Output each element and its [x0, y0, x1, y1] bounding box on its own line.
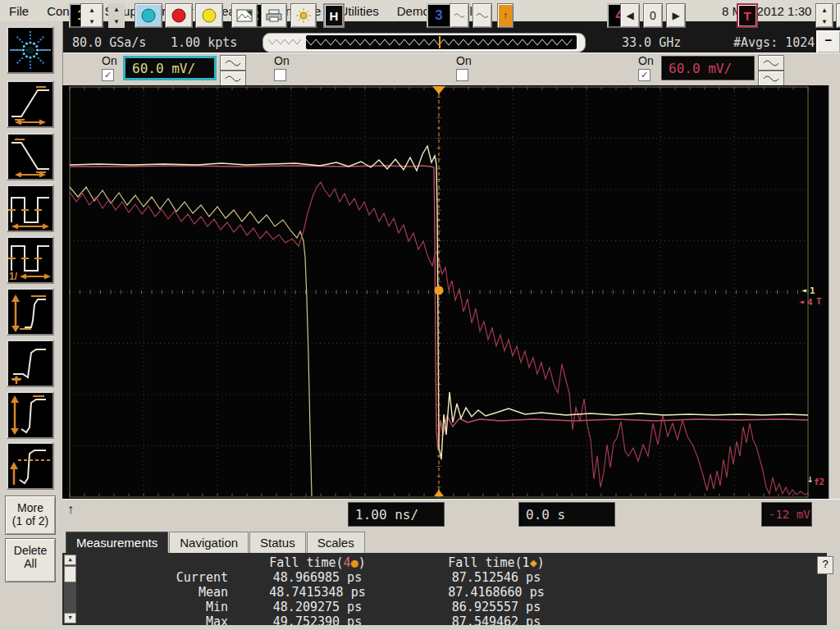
marker-color-yellow-button[interactable]	[195, 3, 223, 28]
acquisition-preview[interactable]	[262, 33, 586, 52]
period-icon	[8, 186, 52, 229]
v-max-measure-button[interactable]	[7, 391, 54, 439]
delete-all-button[interactable]: DeleteAll	[5, 538, 56, 582]
sine-icon	[225, 58, 241, 68]
trigger-position-button[interactable]: ↑	[497, 3, 514, 28]
trigger-position-marker[interactable]	[432, 86, 445, 94]
tab-navigation[interactable]: Navigation	[169, 532, 249, 553]
sine-icon	[225, 74, 241, 84]
measure-row-current: Current48.966985 ps87.512546 ps	[80, 570, 827, 585]
memory-depth: 1.00 kpts	[171, 35, 237, 50]
ch1-level-marker-arrow[interactable]: ◄	[801, 285, 806, 294]
channel-4-waveform-button-bottom[interactable]	[758, 71, 784, 86]
horizontal-menu-button[interactable]: H	[323, 3, 345, 28]
tab-scales[interactable]: Scales	[307, 532, 365, 553]
period-measure-button[interactable]	[7, 185, 54, 232]
channel-2-checkbox[interactable]: ✓	[274, 69, 286, 81]
results-tab-bar: Measurements Navigation Status Scales	[62, 532, 840, 553]
f2-marker[interactable]: f2	[814, 477, 824, 487]
delay-right-button[interactable]: ▶	[666, 3, 686, 28]
timebase-coarse-button[interactable]	[472, 3, 492, 28]
marker-arrow-icon[interactable]: ↑	[67, 502, 74, 517]
spin-down-icon[interactable]: ▼	[821, 16, 828, 27]
print-button[interactable]	[261, 3, 287, 28]
v-min-icon	[8, 341, 52, 384]
horizontal-delay-field[interactable]: 0.0 s	[518, 502, 615, 527]
channel-3-button[interactable]: 3	[427, 3, 451, 28]
averages-count: #Avgs: 1024	[733, 35, 815, 50]
measure-row-min: Min48.209275 ps86.925557 ps	[80, 600, 827, 614]
channel-4-scale-field[interactable]: 60.0 mV/	[661, 56, 755, 80]
tab-measurements[interactable]: Measurements	[66, 532, 168, 553]
teal-circle-icon	[141, 8, 156, 23]
tab-status[interactable]: Status	[249, 532, 306, 553]
measure-col2-header: Fall time(1◆)	[407, 555, 586, 570]
menu-file[interactable]: File	[0, 4, 38, 18]
trigger-level-field[interactable]: -12 mV	[761, 502, 812, 527]
channel-4-checkbox[interactable]: ✓	[638, 69, 651, 81]
sine-icon	[763, 58, 779, 68]
trigger-position-marker-bottom[interactable]	[434, 490, 444, 496]
channel-1-waveform-button-bottom[interactable]	[220, 71, 246, 86]
channel-1-checkbox[interactable]: ✓	[102, 69, 114, 81]
timebase-fine-button[interactable]	[450, 3, 469, 28]
delay-zero-button[interactable]: 0	[643, 3, 663, 28]
svg-text:1/: 1/	[9, 271, 18, 281]
fine-spinner[interactable]: ▲ ▼	[108, 3, 125, 28]
horizontal-toolbar	[62, 499, 840, 532]
marker-color-red-button[interactable]	[165, 3, 193, 28]
channel-4-waveform-button-top[interactable]	[758, 55, 784, 71]
v-min-measure-button[interactable]	[7, 340, 54, 387]
spin-up-icon[interactable]: ▲	[89, 4, 95, 16]
scroll-up-icon[interactable]: ▲	[64, 555, 76, 565]
channel-3-checkbox[interactable]: ✓	[456, 69, 468, 81]
fall-time-measure-button[interactable]	[7, 133, 54, 180]
trigger-menu-button[interactable]: T	[737, 3, 758, 28]
trigger-slope-button[interactable]: ↑	[836, 3, 840, 28]
measurements-scrollbar[interactable]: ▲ ▼	[64, 555, 76, 623]
spin-down-icon[interactable]: ▼	[89, 16, 95, 27]
window-bottom-edge	[0, 625, 840, 630]
ch4-level-marker[interactable]: 4	[807, 297, 813, 308]
rise-time-measure-button[interactable]	[7, 80, 54, 128]
spin-up-icon[interactable]: ▲	[821, 4, 828, 16]
ch1-level-marker[interactable]: 1	[810, 285, 815, 296]
vertical-spinner[interactable]: ▲ ▼	[80, 3, 103, 28]
f2-marker-arrow[interactable]: ↓	[807, 472, 814, 485]
sine-icon	[454, 11, 465, 20]
delay-left-button[interactable]: ◀	[620, 3, 640, 28]
bandwidth: 33.0 GHz	[622, 35, 681, 50]
v-avg-measure-button[interactable]	[7, 442, 54, 490]
measure-col1-header: Fall time(4●)	[228, 555, 407, 570]
display-brightness-button[interactable]	[290, 3, 317, 28]
minimize-button[interactable]: −	[816, 30, 840, 53]
trigger-level-spinner[interactable]: ▲ ▼	[815, 3, 833, 28]
frequency-measure-button[interactable]: 1/	[7, 236, 54, 284]
spin-down-icon[interactable]: ▼	[113, 16, 120, 28]
trigger-level-dot[interactable]	[435, 286, 444, 295]
channel-1-scale-field[interactable]: 60.0 mV/	[123, 56, 217, 80]
help-button[interactable]: ?	[817, 556, 833, 574]
scroll-thumb[interactable]	[64, 566, 76, 582]
channel-4-on-label: On	[638, 54, 654, 67]
channel-1-waveform-button-top[interactable]	[220, 55, 246, 71]
measure-row-mean: Mean48.7415348 ps87.4168660 ps	[80, 585, 827, 600]
ch4-level-marker-arrow[interactable]: ◄	[799, 297, 804, 306]
more-measurements-button[interactable]: More(1 of 2)	[5, 495, 56, 535]
f1-function-trace	[70, 187, 312, 496]
timebase-field[interactable]: 1.00 ns/	[348, 502, 445, 527]
measurements-panel: ▲ ▼ Fall time(4●) Fall time(1◆) Current4…	[62, 553, 827, 625]
marker-color-teal-button[interactable]	[135, 3, 162, 28]
channel-2-on-label: On	[274, 54, 290, 67]
spin-up-icon[interactable]: ▲	[113, 3, 120, 16]
amplitude-measure-button[interactable]	[7, 288, 54, 336]
screen-capture-button[interactable]	[231, 3, 258, 28]
rise-time-icon	[8, 82, 52, 125]
v-avg-icon	[8, 444, 52, 486]
app-logo-button[interactable]	[7, 26, 54, 74]
trigger-level-marker[interactable]: T	[816, 296, 822, 307]
infiniium-logo-icon	[8, 28, 52, 72]
scroll-down-icon[interactable]: ▼	[64, 613, 76, 623]
v-max-icon	[8, 393, 52, 436]
frequency-icon: 1/	[8, 238, 52, 281]
